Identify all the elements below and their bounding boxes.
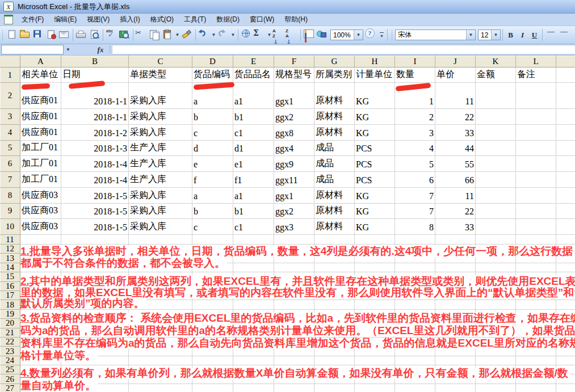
row-header-17[interactable]: 17 [0,291,20,300]
column-header-K[interactable]: K [476,56,516,68]
cell[interactable]: KG [355,204,395,220]
cell[interactable]: 所属类别 [314,68,355,83]
cell[interactable] [556,235,575,245]
cell[interactable]: b [192,109,233,125]
cell[interactable]: 原材料 [314,125,355,141]
column-header-F[interactable]: F [274,56,314,68]
align-center-button[interactable] [557,28,570,42]
row-header-3[interactable]: 3 [0,109,20,125]
cell[interactable]: c [192,219,233,235]
cell[interactable]: 生产入库 [129,156,192,172]
toolbar-options-button[interactable]: ▼ [378,28,385,43]
cell[interactable] [274,263,314,272]
cell[interactable] [516,141,556,157]
cell[interactable]: 供应商03 [20,188,61,204]
cell[interactable]: 单价 [435,68,476,83]
undo-dropdown[interactable]: ▼ [211,28,217,42]
cell[interactable] [476,188,516,204]
column-header-L[interactable]: L [516,56,556,68]
help-button[interactable]: ? [365,28,378,42]
cell[interactable]: 日期 [61,68,129,83]
cell[interactable] [476,109,516,125]
cell[interactable]: 2018-1-3 [61,141,129,157]
cell[interactable] [395,384,435,392]
cell[interactable] [476,125,516,141]
cell[interactable] [556,204,575,220]
row-header-8[interactable]: 8 [0,188,20,204]
column-header-J[interactable]: J [435,56,476,68]
underline-button[interactable]: U [528,29,540,41]
column-header-H[interactable]: H [355,56,395,68]
cell[interactable] [233,263,274,272]
cell[interactable] [192,356,233,365]
cell[interactable] [476,83,516,109]
row-header-1[interactable]: 1 [0,68,20,83]
column-header-partial[interactable] [556,56,575,68]
column-header-C[interactable]: C [129,56,192,68]
research-button[interactable] [118,28,131,42]
cell[interactable] [516,188,556,204]
toolbar-grip[interactable] [391,29,393,41]
row-header-14[interactable]: 14 [0,263,20,272]
cell[interactable] [129,235,192,245]
cell[interactable]: 供应商03 [20,219,61,235]
cell[interactable] [435,356,476,365]
name-box-dropdown-icon[interactable]: ▼ [64,45,73,54]
cell[interactable] [516,204,556,220]
cell[interactable]: 2018-1-2 [61,125,129,141]
cell[interactable]: ggx3 [274,219,314,235]
cell[interactable] [192,300,233,309]
cell[interactable]: 22 [435,109,476,125]
cell[interactable]: d [192,141,233,157]
cell[interactable]: 供应商01 [20,109,61,125]
cell[interactable]: KG [355,83,395,109]
cell[interactable]: 2018-1-4 [61,156,129,172]
cell[interactable] [395,263,435,272]
cell[interactable]: c1 [233,219,274,235]
row-header-11[interactable]: 11 [0,235,20,245]
cell[interactable]: 计量单位 [355,68,395,83]
cell[interactable] [233,356,274,365]
cell[interactable]: 供应商03 [20,204,61,220]
font-name-combobox[interactable]: 宋体▼ [395,29,476,40]
chart-wizard-button[interactable] [303,28,316,42]
cell[interactable]: 单据类型 [129,68,192,83]
select-all-corner[interactable] [0,56,20,68]
cell[interactable]: 2018-1-4 [61,172,129,188]
row-header-2[interactable]: 2 [0,83,20,109]
row-header-7[interactable]: 7 [0,172,20,188]
cell[interactable] [516,300,556,309]
cell[interactable]: 2018-1-5 [61,219,129,235]
cell[interactable]: 采购入库 [129,204,192,220]
cell[interactable] [516,125,556,141]
cell[interactable]: f1 [233,172,274,188]
row-header-5[interactable]: 5 [0,141,20,157]
cell[interactable]: b1 [233,109,274,125]
cell[interactable] [233,235,274,245]
cell[interactable]: 采购入库 [129,125,192,141]
cell[interactable]: 成品 [314,141,355,157]
row-header-6[interactable]: 6 [0,156,20,172]
cell[interactable]: 生产入库 [129,141,192,157]
cell[interactable] [192,384,233,392]
cell[interactable] [129,384,192,392]
cell[interactable]: 22 [435,204,476,220]
menu-window[interactable]: 窗口(W) [245,13,279,27]
cell[interactable]: 货品品名 [233,68,274,83]
cell[interactable]: 原材料 [314,188,355,204]
row-header-13[interactable]: 13 [0,254,20,263]
row-header-9[interactable]: 9 [0,204,20,220]
cell[interactable]: 33 [435,125,476,141]
cell[interactable]: 66 [435,172,476,188]
redo-dropdown[interactable]: ▼ [230,28,236,42]
cut-button[interactable]: ✂ [135,28,148,42]
cell[interactable]: 4 [395,141,435,157]
column-header-G[interactable]: G [314,56,355,68]
font-name-dropdown-icon[interactable]: ▼ [466,30,475,40]
row-header-12[interactable]: 12 [0,245,20,254]
menu-format[interactable]: 格式(O) [145,13,179,27]
cell[interactable] [435,384,476,392]
cell[interactable] [556,263,575,272]
cell[interactable]: 数量 [395,68,435,83]
cell[interactable] [556,172,575,188]
